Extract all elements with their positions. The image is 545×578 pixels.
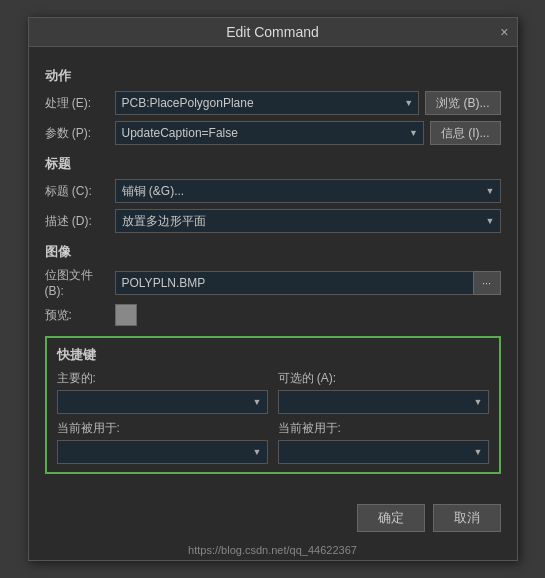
param-row: 参数 (P): UpdateCaption=False 信息 (I)... — [45, 121, 501, 145]
desc-row: 描述 (D): 放置多边形平面 — [45, 209, 501, 233]
current-label-2: 当前被用于: — [278, 420, 489, 437]
image-section-title: 图像 — [45, 243, 501, 261]
file-browse-button[interactable]: ··· — [473, 271, 501, 295]
current-usage-row: 当前被用于: 当前被用于: — [57, 420, 489, 464]
process-label: 处理 (E): — [45, 95, 115, 112]
param-select[interactable]: UpdateCaption=False — [115, 121, 424, 145]
title-select-wrapper: 铺铜 (&G)... — [115, 179, 501, 203]
optional-label: 可选的 (A): — [278, 370, 489, 387]
action-section-title: 动作 — [45, 67, 501, 85]
file-row: 位图文件 (B): ··· — [45, 267, 501, 298]
title-select[interactable]: 铺铜 (&G)... — [115, 179, 501, 203]
title-label: 标题 (C): — [45, 183, 115, 200]
dialog-footer: 确定 取消 — [29, 498, 517, 544]
preview-box — [115, 304, 137, 326]
preview-row: 预览: — [45, 304, 501, 326]
process-row: 处理 (E): PCB:PlacePolygonPlane 浏览 (B)... — [45, 91, 501, 115]
shortcut-key-row: 主要的: 可选的 (A): — [57, 370, 489, 414]
title-row: 标题 (C): 铺铜 (&G)... — [45, 179, 501, 203]
current-select-wrapper-2 — [278, 440, 489, 464]
current-select-wrapper-1 — [57, 440, 268, 464]
param-label: 参数 (P): — [45, 125, 115, 142]
process-select[interactable]: PCB:PlacePolygonPlane — [115, 91, 420, 115]
cancel-button[interactable]: 取消 — [433, 504, 501, 532]
process-select-wrapper: PCB:PlacePolygonPlane — [115, 91, 420, 115]
desc-label: 描述 (D): — [45, 213, 115, 230]
primary-select-wrapper — [57, 390, 268, 414]
param-select-wrapper: UpdateCaption=False — [115, 121, 424, 145]
title-bar: Edit Command × — [29, 18, 517, 47]
caption-section-title: 标题 — [45, 155, 501, 173]
desc-select[interactable]: 放置多边形平面 — [115, 209, 501, 233]
desc-select-wrapper: 放置多边形平面 — [115, 209, 501, 233]
ok-button[interactable]: 确定 — [357, 504, 425, 532]
shortcut-section-title: 快捷键 — [57, 346, 489, 364]
file-input-wrapper: ··· — [115, 271, 501, 295]
current-group-2: 当前被用于: — [278, 420, 489, 464]
browse-button[interactable]: 浏览 (B)... — [425, 91, 500, 115]
optional-select-wrapper — [278, 390, 489, 414]
current-group-1: 当前被用于: — [57, 420, 268, 464]
current-select-1[interactable] — [57, 440, 268, 464]
file-label: 位图文件 (B): — [45, 267, 115, 298]
file-input[interactable] — [115, 271, 501, 295]
close-button[interactable]: × — [500, 25, 508, 39]
current-select-2[interactable] — [278, 440, 489, 464]
watermark: https://blog.csdn.net/qq_44622367 — [29, 544, 517, 560]
current-label-1: 当前被用于: — [57, 420, 268, 437]
dialog-body: 动作 处理 (E): PCB:PlacePolygonPlane 浏览 (B).… — [29, 47, 517, 498]
preview-label: 预览: — [45, 307, 115, 324]
optional-select[interactable] — [278, 390, 489, 414]
optional-shortcut-group: 可选的 (A): — [278, 370, 489, 414]
shortcut-section: 快捷键 主要的: 可选的 (A): — [45, 336, 501, 474]
primary-label: 主要的: — [57, 370, 268, 387]
edit-command-dialog: Edit Command × 动作 处理 (E): PCB:PlacePolyg… — [28, 17, 518, 561]
info-button[interactable]: 信息 (I)... — [430, 121, 501, 145]
primary-select[interactable] — [57, 390, 268, 414]
dialog-title: Edit Command — [226, 24, 319, 40]
primary-shortcut-group: 主要的: — [57, 370, 268, 414]
